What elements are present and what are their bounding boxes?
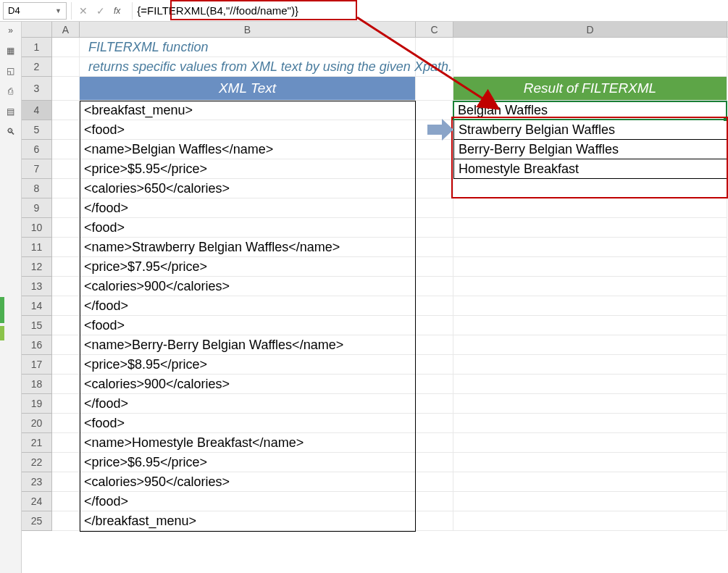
cell-C25[interactable] (416, 511, 453, 531)
row-header-7[interactable]: 7 (22, 159, 52, 179)
cell-D1[interactable] (453, 38, 727, 57)
row-header-25[interactable]: 25 (22, 511, 52, 531)
cell-B25[interactable]: </breakfast_menu> (80, 511, 416, 531)
cell-B18[interactable]: <calories>900</calories> (80, 375, 416, 394)
cell-A17[interactable] (52, 355, 80, 375)
cell-B1[interactable]: FILTERXML function (80, 38, 416, 57)
col-header-A[interactable]: A (52, 22, 80, 37)
row-header-22[interactable]: 22 (22, 453, 52, 472)
pivot-icon[interactable]: ◱ (4, 65, 17, 77)
cell-D6[interactable]: Berry-Berry Belgian Waffles (453, 140, 727, 159)
cell-B2[interactable]: returns specific values from XML text by… (80, 57, 416, 77)
cell-D19[interactable] (453, 394, 727, 414)
cell-C5[interactable] (416, 120, 453, 140)
row-header-2[interactable]: 2 (22, 57, 52, 77)
cell-A3[interactable] (52, 77, 80, 101)
grid-icon[interactable]: ▦ (4, 45, 17, 57)
row-header-17[interactable]: 17 (22, 355, 52, 375)
row-header-5[interactable]: 5 (22, 120, 52, 140)
cell-B20[interactable]: <food> (80, 414, 416, 433)
cell-A21[interactable] (52, 433, 80, 453)
cell-A22[interactable] (52, 453, 80, 472)
expand-icon[interactable]: » (4, 25, 17, 36)
cell-A2[interactable] (52, 57, 80, 77)
cell-B16[interactable]: <name>Berry-Berry Belgian Waffles</name> (80, 335, 416, 355)
row-header-24[interactable]: 24 (22, 492, 52, 511)
cell-B21[interactable]: <name>Homestyle Breakfast</name> (80, 433, 416, 453)
col-header-D[interactable]: D (453, 22, 727, 37)
cell-D12[interactable] (453, 257, 727, 277)
cell-A5[interactable] (52, 120, 80, 140)
cell-D5[interactable]: Strawberry Belgian Waffles (453, 120, 727, 140)
row-header-23[interactable]: 23 (22, 472, 52, 492)
cell-D15[interactable] (453, 316, 727, 335)
cell-A24[interactable] (52, 492, 80, 511)
cell-A4[interactable] (52, 101, 80, 120)
cell-C17[interactable] (416, 355, 453, 375)
cell-A11[interactable] (52, 238, 80, 257)
cell-C23[interactable] (416, 472, 453, 492)
cell-B22[interactable]: <price>$6.95</price> (80, 453, 416, 472)
row-header-21[interactable]: 21 (22, 433, 52, 453)
cell-C3[interactable] (416, 77, 453, 101)
name-box-dropdown-icon[interactable]: ▼ (55, 7, 62, 14)
row-header-19[interactable]: 19 (22, 394, 52, 414)
cell-C16[interactable] (416, 335, 453, 355)
cell-B3-header[interactable]: XML Text (80, 77, 416, 101)
row-header-14[interactable]: 14 (22, 296, 52, 316)
cell-A1[interactable] (52, 38, 80, 57)
cell-C13[interactable] (416, 277, 453, 296)
cell-A20[interactable] (52, 414, 80, 433)
cell-B15[interactable]: <food> (80, 316, 416, 335)
cancel-formula-icon[interactable]: ✕ (79, 5, 88, 17)
cell-D9[interactable] (453, 198, 727, 218)
cell-D7[interactable]: Homestyle Breakfast (453, 159, 727, 179)
cell-C21[interactable] (416, 433, 453, 453)
side-tab-1[interactable] (0, 297, 4, 323)
cell-D18[interactable] (453, 375, 727, 394)
row-header-18[interactable]: 18 (22, 375, 52, 394)
cell-D8[interactable] (453, 179, 727, 198)
fx-icon[interactable]: fx (114, 6, 125, 16)
cell-B13[interactable]: <calories>900</calories> (80, 277, 416, 296)
cell-A19[interactable] (52, 394, 80, 414)
cell-C6[interactable] (416, 140, 453, 159)
cell-B11[interactable]: <name>Strawberry Belgian Waffles</name> (80, 238, 416, 257)
row-header-16[interactable]: 16 (22, 335, 52, 355)
cell-C19[interactable] (416, 394, 453, 414)
col-header-B[interactable]: B (80, 22, 416, 37)
print-icon[interactable]: ⎙ (4, 85, 17, 97)
cell-D11[interactable] (453, 238, 727, 257)
cell-A25[interactable] (52, 511, 80, 531)
cell-D25[interactable] (453, 511, 727, 531)
cell-B17[interactable]: <price>$8.95</price> (80, 355, 416, 375)
cell-B10[interactable]: <food> (80, 218, 416, 238)
cell-A10[interactable] (52, 218, 80, 238)
cell-A12[interactable] (52, 257, 80, 277)
cell-C24[interactable] (416, 492, 453, 511)
row-header-4[interactable]: 4 (22, 101, 52, 120)
row-header-8[interactable]: 8 (22, 179, 52, 198)
cell-A16[interactable] (52, 335, 80, 355)
cell-B24[interactable]: </food> (80, 492, 416, 511)
row-header-3[interactable]: 3 (22, 77, 52, 101)
cell-C14[interactable] (416, 296, 453, 316)
cell-C7[interactable] (416, 159, 453, 179)
cell-D20[interactable] (453, 414, 727, 433)
cell-D2[interactable] (453, 57, 727, 77)
row-header-10[interactable]: 10 (22, 218, 52, 238)
cell-C10[interactable] (416, 218, 453, 238)
cell-A9[interactable] (52, 198, 80, 218)
row-header-6[interactable]: 6 (22, 140, 52, 159)
row-header-9[interactable]: 9 (22, 198, 52, 218)
col-header-C[interactable]: C (416, 22, 453, 37)
cell-C15[interactable] (416, 316, 453, 335)
cell-D17[interactable] (453, 355, 727, 375)
cell-D21[interactable] (453, 433, 727, 453)
cell-C18[interactable] (416, 375, 453, 394)
row-header-1[interactable]: 1 (22, 38, 52, 57)
cell-B7[interactable]: <price>$5.95</price> (80, 159, 416, 179)
cell-B5[interactable]: <food> (80, 120, 416, 140)
row-header-12[interactable]: 12 (22, 257, 52, 277)
accept-formula-icon[interactable]: ✓ (96, 5, 105, 17)
